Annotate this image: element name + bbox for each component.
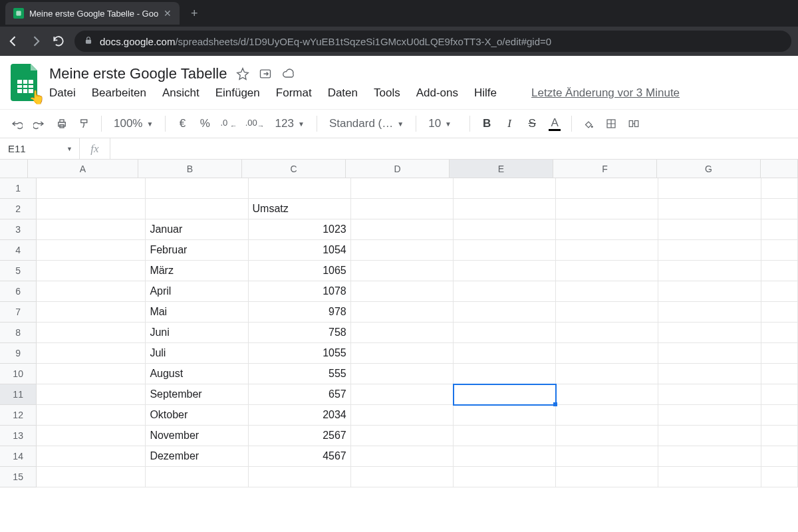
cell-pad-13[interactable] bbox=[761, 426, 798, 446]
cell-pad-5[interactable] bbox=[761, 261, 798, 281]
number-format-dropdown[interactable]: 123▼ bbox=[270, 114, 310, 134]
cell-C7[interactable]: 978 bbox=[249, 302, 351, 323]
cell-pad-9[interactable] bbox=[761, 343, 798, 364]
cell-E12[interactable] bbox=[454, 405, 556, 426]
cell-pad-15[interactable] bbox=[761, 467, 798, 487]
cell-F3[interactable] bbox=[556, 219, 658, 240]
cell-F9[interactable] bbox=[556, 343, 658, 364]
cell-E8[interactable] bbox=[454, 323, 556, 343]
cell-B7[interactable]: Mai bbox=[146, 302, 248, 323]
print-button[interactable] bbox=[52, 114, 72, 134]
cell-F14[interactable] bbox=[556, 446, 658, 467]
cell-C2[interactable]: Umsatz bbox=[249, 199, 351, 219]
borders-button[interactable] bbox=[601, 114, 621, 134]
cell-G11[interactable] bbox=[658, 384, 761, 405]
cell-B6[interactable]: April bbox=[146, 281, 248, 302]
cell-C12[interactable]: 2034 bbox=[249, 405, 351, 426]
cell-G15[interactable] bbox=[658, 467, 761, 487]
cell-E10[interactable] bbox=[454, 364, 556, 384]
col-header-D[interactable]: D bbox=[346, 160, 450, 178]
col-header-F[interactable]: F bbox=[553, 160, 657, 178]
cell-D6[interactable] bbox=[351, 281, 454, 302]
cell-G2[interactable] bbox=[658, 199, 761, 219]
cell-B12[interactable]: Oktober bbox=[146, 405, 248, 426]
cell-E15[interactable] bbox=[454, 467, 556, 487]
forward-button[interactable] bbox=[29, 35, 43, 48]
row-header-6[interactable]: 6 bbox=[0, 281, 37, 302]
cell-D14[interactable] bbox=[351, 446, 454, 467]
sheets-logo[interactable]: 👆 bbox=[9, 63, 41, 102]
cell-F5[interactable] bbox=[556, 261, 658, 281]
cell-A14[interactable] bbox=[37, 446, 146, 467]
menu-daten[interactable]: Daten bbox=[328, 86, 358, 100]
cell-pad-11[interactable] bbox=[761, 384, 798, 405]
cell-E5[interactable] bbox=[454, 261, 556, 281]
menu-einfügen[interactable]: Einfügen bbox=[215, 86, 260, 100]
cell-F12[interactable] bbox=[556, 405, 658, 426]
row-header-10[interactable]: 10 bbox=[0, 364, 37, 384]
cell-C14[interactable]: 4567 bbox=[249, 446, 351, 467]
cell-G3[interactable] bbox=[658, 219, 761, 240]
cell-E13[interactable] bbox=[454, 426, 556, 446]
back-button[interactable] bbox=[7, 35, 20, 48]
cell-G5[interactable] bbox=[658, 261, 761, 281]
cell-B10[interactable]: August bbox=[146, 364, 248, 384]
star-icon[interactable] bbox=[236, 67, 249, 80]
cell-C1[interactable] bbox=[249, 178, 351, 199]
redo-button[interactable] bbox=[29, 114, 49, 134]
cell-B13[interactable]: November bbox=[146, 426, 248, 446]
strikethrough-button[interactable]: S bbox=[522, 114, 542, 134]
menu-ansicht[interactable]: Ansicht bbox=[162, 86, 200, 100]
cell-D9[interactable] bbox=[351, 343, 454, 364]
row-header-7[interactable]: 7 bbox=[0, 302, 37, 323]
row-header-2[interactable]: 2 bbox=[0, 199, 37, 219]
browser-tab[interactable]: Meine erste Google Tabelle - Goo ✕ bbox=[5, 2, 180, 25]
doc-title[interactable]: Meine erste Google Tabelle bbox=[49, 65, 227, 82]
cell-E7[interactable] bbox=[454, 302, 556, 323]
cell-E9[interactable] bbox=[454, 343, 556, 364]
menu-format[interactable]: Format bbox=[276, 86, 312, 100]
cell-B3[interactable]: Januar bbox=[146, 219, 248, 240]
cell-D13[interactable] bbox=[351, 426, 454, 446]
cell-pad-10[interactable] bbox=[761, 364, 798, 384]
cell-D2[interactable] bbox=[351, 199, 454, 219]
font-family-dropdown[interactable]: Standard (…▼ bbox=[324, 114, 409, 134]
col-header-C[interactable]: C bbox=[242, 160, 346, 178]
cell-A13[interactable] bbox=[37, 426, 146, 446]
increase-decimal-button[interactable]: .00→ bbox=[243, 114, 267, 134]
cell-D12[interactable] bbox=[351, 405, 454, 426]
cell-E3[interactable] bbox=[454, 219, 556, 240]
cell-pad-1[interactable] bbox=[761, 178, 798, 199]
row-header-12[interactable]: 12 bbox=[0, 405, 37, 426]
cell-A10[interactable] bbox=[37, 364, 146, 384]
cell-G7[interactable] bbox=[658, 302, 761, 323]
row-header-15[interactable]: 15 bbox=[0, 467, 37, 487]
cell-F6[interactable] bbox=[556, 281, 658, 302]
cell-D3[interactable] bbox=[351, 219, 454, 240]
zoom-dropdown[interactable]: 100%▼ bbox=[108, 114, 158, 134]
menu-bearbeiten[interactable]: Bearbeiten bbox=[92, 86, 146, 100]
cell-C4[interactable]: 1054 bbox=[249, 240, 351, 261]
cell-D4[interactable] bbox=[351, 240, 454, 261]
cell-D15[interactable] bbox=[351, 467, 454, 487]
cell-pad-14[interactable] bbox=[761, 446, 798, 467]
col-header-A[interactable]: A bbox=[28, 160, 138, 178]
cell-C10[interactable]: 555 bbox=[249, 364, 351, 384]
select-all-corner[interactable] bbox=[0, 160, 28, 178]
cell-F15[interactable] bbox=[556, 467, 658, 487]
cell-A7[interactable] bbox=[37, 302, 146, 323]
row-header-9[interactable]: 9 bbox=[0, 343, 37, 364]
format-percent-button[interactable]: % bbox=[195, 114, 215, 134]
cell-C5[interactable]: 1065 bbox=[249, 261, 351, 281]
cell-G12[interactable] bbox=[658, 405, 761, 426]
cell-B2[interactable] bbox=[146, 199, 248, 219]
name-box[interactable]: E11▼ bbox=[0, 138, 80, 159]
row-header-13[interactable]: 13 bbox=[0, 426, 37, 446]
cell-G14[interactable] bbox=[658, 446, 761, 467]
cell-G10[interactable] bbox=[658, 364, 761, 384]
cell-C13[interactable]: 2567 bbox=[249, 426, 351, 446]
cell-C6[interactable]: 1078 bbox=[249, 281, 351, 302]
cell-F4[interactable] bbox=[556, 240, 658, 261]
cell-A4[interactable] bbox=[37, 240, 146, 261]
cell-D11[interactable] bbox=[351, 384, 454, 405]
